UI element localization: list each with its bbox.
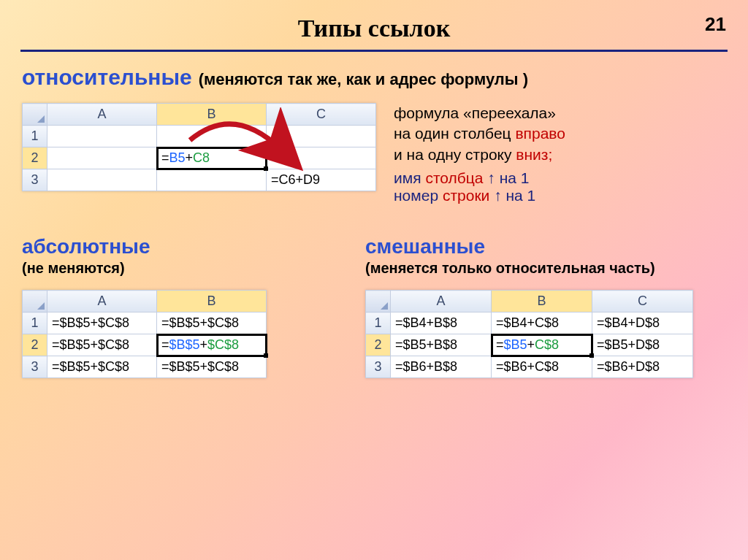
col-header-a[interactable]: A bbox=[391, 291, 492, 312]
cell-b1[interactable]: =$B4+C$8 bbox=[492, 312, 592, 334]
cell-a3[interactable] bbox=[47, 169, 157, 191]
row-header-2[interactable]: 2 bbox=[366, 334, 391, 356]
expl-line3b: вниз; bbox=[516, 146, 552, 163]
heading-mixed: смешанные bbox=[365, 235, 485, 258]
formula-plus: + bbox=[200, 337, 208, 352]
row-header-1[interactable]: 1 bbox=[366, 312, 391, 334]
cell-c2[interactable] bbox=[267, 147, 376, 169]
formula-plus: + bbox=[186, 150, 194, 165]
excel-table-absolute: A B 1 =$B$5+$C$8 =$B$5+$C$8 2 =$B$5+$C$8… bbox=[22, 290, 267, 378]
cell-b1[interactable]: =$B$5+$C$8 bbox=[157, 312, 267, 334]
cell-a1[interactable]: =$B$5+$C$8 bbox=[47, 312, 157, 334]
row-header-2[interactable]: 2 bbox=[23, 334, 47, 356]
formula-ref1: $B5 bbox=[504, 337, 527, 352]
row-header-3[interactable]: 3 bbox=[23, 169, 47, 191]
formula-plus: + bbox=[527, 337, 535, 352]
cell-b3[interactable]: =$B$5+$C$8 bbox=[157, 356, 267, 378]
heading-mixed-note: (меняется только относительная часть) bbox=[365, 260, 693, 277]
section-relative-heading: относительные (меняются так же, как и ад… bbox=[22, 65, 726, 90]
expl-line2b: вправо bbox=[515, 125, 565, 142]
excel-table-mixed: A B C 1 =$B4+B$8 =$B4+C$8 =$B4+D$8 2 =$B… bbox=[365, 290, 693, 378]
col-header-c[interactable]: C bbox=[267, 104, 376, 126]
content: относительные (меняются так же, как и ад… bbox=[0, 52, 748, 378]
section-absolute: абсолютные (не меняются) A B 1 =$B$5+$C$… bbox=[22, 235, 336, 378]
formula-eq: = bbox=[161, 150, 169, 165]
cell-a1[interactable] bbox=[47, 126, 157, 147]
table1-wrap: A B C 1 2 =B5+C8 bbox=[22, 103, 376, 191]
cell-a2[interactable] bbox=[47, 147, 157, 169]
cell-c1[interactable]: =$B4+D$8 bbox=[592, 312, 693, 334]
formula-eq: = bbox=[161, 337, 169, 352]
formula-ref2: C$8 bbox=[535, 337, 559, 352]
page-number: 21 bbox=[705, 13, 726, 36]
hint2b: строки bbox=[443, 187, 489, 204]
hint1a: имя bbox=[394, 169, 425, 186]
col-header-b[interactable]: B bbox=[492, 291, 592, 312]
cell-b3[interactable]: =$B6+C$8 bbox=[492, 356, 592, 378]
hint2a: номер bbox=[394, 187, 443, 204]
expl-line3a: и на одну строку bbox=[394, 146, 516, 163]
col-header-c[interactable]: C bbox=[592, 291, 693, 312]
row-header-2[interactable]: 2 bbox=[23, 147, 47, 169]
excel-table-relative: A B C 1 2 =B5+C8 bbox=[22, 103, 376, 191]
section-mixed: смешанные (меняется только относительная… bbox=[365, 235, 693, 378]
cell-a3[interactable]: =$B6+B$8 bbox=[391, 356, 492, 378]
row-header-1[interactable]: 1 bbox=[23, 312, 47, 334]
heading-relative: относительные bbox=[22, 65, 192, 89]
formula-ref1: $B$5 bbox=[169, 337, 200, 352]
cell-c2[interactable]: =$B5+D$8 bbox=[592, 334, 693, 356]
hint1b: столбца bbox=[425, 169, 483, 186]
heading-relative-note: (меняются так же, как и адрес формулы ) bbox=[199, 70, 528, 88]
cell-a2[interactable]: =$B$5+$C$8 bbox=[47, 334, 157, 356]
formula-eq: = bbox=[496, 337, 504, 352]
hint2c: ↑ на 1 bbox=[489, 187, 535, 204]
col-header-b[interactable]: B bbox=[157, 291, 267, 312]
expl-line1: формула «переехала» bbox=[394, 104, 556, 121]
select-all-corner[interactable] bbox=[366, 291, 391, 312]
cell-b2-active[interactable]: =B5+C8 bbox=[157, 147, 267, 169]
cell-a2[interactable]: =$B5+B$8 bbox=[391, 334, 492, 356]
cell-b3[interactable] bbox=[157, 169, 267, 191]
row-header-3[interactable]: 3 bbox=[23, 356, 47, 378]
cell-c3[interactable]: =C6+D9 bbox=[267, 169, 376, 191]
hint1c: ↑ на 1 bbox=[483, 169, 529, 186]
select-all-corner[interactable] bbox=[23, 104, 47, 126]
col-header-a[interactable]: A bbox=[47, 104, 157, 126]
cell-c1[interactable] bbox=[267, 126, 376, 147]
heading-absolute-note: (не меняются) bbox=[22, 260, 336, 277]
cell-b2-active[interactable]: =$B$5+$C$8 bbox=[157, 334, 267, 356]
row-header-1[interactable]: 1 bbox=[23, 126, 47, 147]
heading-absolute: абсолютные bbox=[22, 235, 150, 258]
cell-b2-active[interactable]: =$B5+C$8 bbox=[492, 334, 592, 356]
cell-a3[interactable]: =$B$5+$C$8 bbox=[47, 356, 157, 378]
select-all-corner[interactable] bbox=[23, 291, 47, 312]
cell-a1[interactable]: =$B4+B$8 bbox=[391, 312, 492, 334]
formula-ref1: B5 bbox=[169, 150, 186, 165]
slide-title: Типы ссылок bbox=[0, 0, 748, 42]
cell-c3[interactable]: =$B6+D$8 bbox=[592, 356, 693, 378]
col-header-b[interactable]: B bbox=[157, 104, 267, 126]
expl-line2a: на один столбец bbox=[394, 125, 515, 142]
col-header-a[interactable]: A bbox=[47, 291, 157, 312]
cell-b1[interactable] bbox=[157, 126, 267, 147]
row-header-3[interactable]: 3 bbox=[366, 356, 391, 378]
formula-ref2: C8 bbox=[193, 150, 210, 165]
formula-ref2: $C$8 bbox=[207, 337, 239, 352]
relative-explanation: формула «переехала» на один столбец впра… bbox=[394, 103, 565, 204]
